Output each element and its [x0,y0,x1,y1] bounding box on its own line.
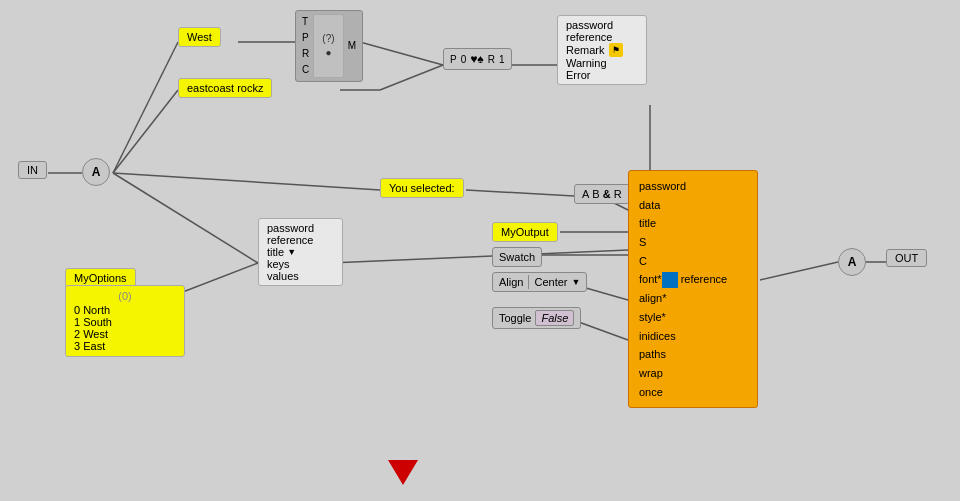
myoptions-item-2: 2 West [74,328,176,340]
param-panel-top: password reference Remark ⚑ Warning Erro… [557,15,647,85]
align-dropdown-arrow[interactable]: ▼ [572,277,581,287]
swatch-label: Swatch [499,251,535,263]
param-panel-left: password reference title ▼ keys values [258,218,343,286]
svg-line-13 [175,263,258,295]
in-label: IN [27,164,38,176]
param-values: values [267,270,334,282]
and-a: A [582,188,589,200]
orange-font-row: font* reference [639,270,747,289]
myoptions-item-3: 3 East [74,340,176,352]
param-password-top: password [566,19,638,31]
script-line-r: R [302,46,309,62]
orange-font: font* [639,270,662,289]
toggle-node[interactable]: Toggle False [492,307,581,329]
and-r: R [614,188,622,200]
param-keys: keys [267,258,334,270]
orange-password: password [639,177,747,196]
param-reference-left: reference [267,234,334,246]
connection-lines [0,0,960,501]
script-node[interactable]: T P R C (?) ● M [295,10,363,82]
param-password-left: password [267,222,334,234]
a-node-1[interactable]: A [82,158,110,186]
svg-line-12 [330,250,628,263]
orange-c: C [639,252,747,271]
you-selected-label: You selected: [389,182,455,194]
eastcoast-label: eastcoast rockz [187,82,263,94]
orange-panel: password data title S C font* reference … [628,170,758,408]
svg-line-4 [113,173,380,190]
out-node[interactable]: OUT [886,249,927,267]
west-label: West [187,31,212,43]
myoptions-list: (0) 0 North 1 South 2 West 3 East [65,285,185,357]
script-bullet: ● [325,46,331,60]
orange-wrap: wrap [639,364,747,383]
align-node[interactable]: Align Center ▼ [492,272,587,292]
param-remark-row: Remark ⚑ [566,43,638,57]
toggle-value[interactable]: False [535,310,574,326]
svg-line-7 [380,65,443,90]
warn-icon: ⚑ [609,43,623,57]
svg-line-2 [113,90,178,173]
red-arrow-svg [378,415,428,485]
align-label: Align [499,276,523,288]
myoutput-node[interactable]: MyOutput [492,222,558,242]
param-title-row: title ▼ [267,246,334,258]
in-node[interactable]: IN [18,161,47,179]
script-m: M [348,39,356,53]
svg-line-1 [113,42,178,173]
script-line-c: C [302,62,309,78]
title-dropdown[interactable]: ▼ [287,247,296,257]
myoptions-count: (0) [74,290,176,302]
canvas: IN A West eastcoast rockz T P R C (?) ● … [0,0,960,501]
script-symbol: (?) [322,32,334,46]
a-node-1-label: A [92,165,101,179]
hearts-0: 0 [461,54,467,65]
hearts-node[interactable]: P 0 ♥♠ R 1 [443,48,512,70]
a-node-2[interactable]: A [838,248,866,276]
eastcoast-node[interactable]: eastcoast rockz [178,78,272,98]
center-label: Center [534,276,567,288]
hearts-r: R [488,54,495,65]
orange-reference: reference [681,270,727,289]
param-title: title [267,246,284,258]
and-node[interactable]: A B & R [574,184,630,204]
svg-line-3 [113,173,258,263]
myoptions-item-0: 0 North [74,304,176,316]
blue-square-icon [662,272,678,288]
myoutput-label: MyOutput [501,226,549,238]
param-reference-top: reference [566,31,638,43]
svg-line-8 [360,42,443,65]
orange-align: align* [639,289,747,308]
orange-s: S [639,233,747,252]
orange-title: title [639,214,747,233]
and-symbol: & [603,188,611,200]
orange-paths: paths [639,345,747,364]
align-separator [528,275,529,289]
red-arrow [378,415,428,487]
script-line-p: P [302,30,309,46]
orange-inidices: inidices [639,327,747,346]
you-selected-node[interactable]: You selected: [380,178,464,198]
script-line-t: T [302,14,309,30]
a-node-2-label: A [848,255,857,269]
svg-line-10 [466,190,574,196]
param-error-top: Error [566,69,638,81]
orange-data: data [639,196,747,215]
hearts-p: P [450,54,457,65]
west-node[interactable]: West [178,27,221,47]
svg-line-14 [760,262,838,280]
myoptions-item-1: 1 South [74,316,176,328]
orange-once: once [639,383,747,402]
param-warning-top: Warning [566,57,638,69]
svg-marker-21 [388,415,418,485]
and-b: B [592,188,599,200]
swatch-node[interactable]: Swatch [492,247,542,267]
orange-style: style* [639,308,747,327]
toggle-label: Toggle [499,312,531,324]
out-label: OUT [895,252,918,264]
hearts-icon: ♥♠ [470,52,484,66]
param-remark: Remark [566,44,605,56]
hearts-1: 1 [499,54,505,65]
myoptions-label: MyOptions [74,272,127,284]
